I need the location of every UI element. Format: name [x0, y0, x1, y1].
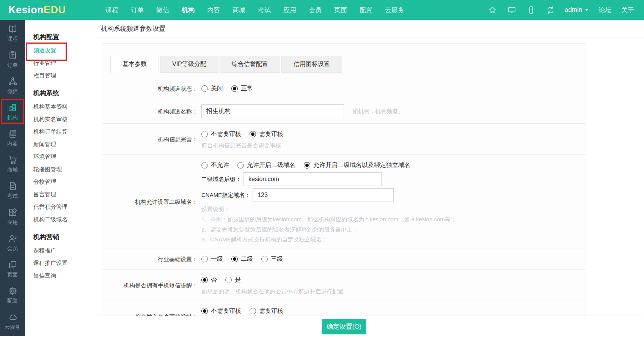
top-nav-item[interactable]: 商城 — [232, 6, 245, 14]
topbar-icons — [488, 6, 555, 14]
radio-option[interactable]: 允许开启二级域名 — [237, 161, 295, 169]
radio-option[interactable]: 否 — [201, 276, 217, 284]
submenu-item[interactable]: 分校管理 — [25, 176, 94, 188]
logo-text-primary: Kesion — [8, 4, 44, 16]
cart-icon — [8, 155, 17, 165]
sidebar-item[interactable]: 配置 — [0, 282, 25, 308]
sidebar-item[interactable]: 机构 — [0, 98, 25, 124]
sidebar-item-label: 微信 — [7, 88, 18, 94]
field-hint: 如机构，机构频道。 — [352, 108, 404, 115]
submenu-item[interactable]: 信誉积分管理 — [25, 201, 94, 213]
submenu-item[interactable]: 课程推广 — [25, 244, 94, 257]
radio-option[interactable]: 三级 — [261, 255, 283, 263]
sidebar-item[interactable]: 会员 — [0, 229, 25, 255]
top-nav-item[interactable]: 应用 — [283, 6, 296, 14]
tab[interactable]: VIP等级分配 — [160, 56, 218, 73]
top-nav-item[interactable]: 页面 — [334, 6, 347, 14]
radio-option[interactable]: 需要审核 — [250, 130, 283, 138]
submenu-item[interactable]: 留言管理 — [25, 188, 94, 201]
radio-option[interactable]: 允许开启二级域名以及绑定独立域名 — [304, 161, 410, 169]
sidebar-item[interactable]: 订单 — [0, 46, 25, 72]
submenu-item[interactable]: 机构订单结算 — [25, 126, 94, 138]
radio-option[interactable]: 不需要审核 — [201, 307, 241, 315]
form-row-industry: 行业基础设置： 一级 二级 — [102, 249, 586, 269]
radio-icon — [304, 162, 310, 169]
cname-domain-label: CNAME指定域名： — [201, 192, 250, 199]
submenu-item[interactable]: 新闻管理 — [25, 138, 94, 151]
sidebar-item[interactable]: 云服务 — [0, 308, 25, 334]
top-nav-item[interactable]: 订单 — [131, 6, 144, 14]
front-publish-radio-group: 不需要审核 需要审核 — [201, 306, 577, 316]
top-nav-item[interactable]: 机构 — [182, 6, 195, 14]
documents-icon — [8, 129, 17, 139]
app-logo[interactable]: KesionEDU — [0, 4, 94, 16]
sidebar-item[interactable]: 课程 — [0, 20, 25, 46]
radio-option[interactable]: 关闭 — [201, 85, 223, 93]
home-icon[interactable] — [488, 6, 497, 14]
top-nav-item[interactable]: 内容 — [207, 6, 220, 14]
top-nav: 课程订单微信机构内容商城考试应用会员页面配置云服务 — [105, 6, 404, 14]
radio-option[interactable]: 是 — [225, 276, 241, 284]
forum-link[interactable]: 论坛 — [598, 6, 611, 14]
channel-name-input[interactable] — [201, 104, 344, 118]
top-nav-item[interactable]: 会员 — [309, 6, 322, 14]
radio-icon — [237, 162, 244, 169]
top-nav-item[interactable]: 考试 — [258, 6, 271, 14]
radio-option[interactable]: 正常 — [231, 85, 253, 93]
top-nav-item[interactable]: 课程 — [105, 6, 118, 14]
setting-note: 3、CNAME解析方式支持机构的自定义独立域名； — [201, 236, 577, 243]
radio-option[interactable]: 需要审核 — [250, 307, 283, 315]
sidebar-item[interactable]: 应用 — [0, 203, 25, 229]
radio-option[interactable]: 二级 — [231, 255, 253, 263]
refresh-icon[interactable] — [546, 6, 555, 14]
admin-user-menu[interactable]: admin — [565, 6, 589, 14]
submenu-section-title: 机构系统 — [25, 89, 94, 98]
submenu-item[interactable]: 课程推广设置 — [25, 257, 94, 269]
monitor-icon[interactable] — [507, 6, 516, 14]
setting-note-title: 设置说明： — [201, 206, 577, 213]
sidebar-item-label: 机构 — [7, 115, 18, 120]
radio-option[interactable]: 不需要审核 — [201, 130, 241, 138]
form-row-channel-status: 机构频道状态： 关闭 正常 — [102, 78, 586, 99]
form-row-info-complete: 机构信息完善： 不需要审核 需要审核 前台机构信息完善是 — [102, 123, 586, 154]
radio-icon — [201, 256, 208, 262]
subdomain-suffix-input[interactable] — [243, 172, 382, 186]
submenu-item[interactable]: 频道设置 — [25, 44, 94, 57]
submenu-item[interactable]: 栏目管理 — [25, 69, 94, 82]
field-hint: 如果是的话，机构就会在他的会员中心那边开启进行配置 — [201, 288, 577, 295]
sidebar-item[interactable]: 商城 — [0, 151, 25, 177]
sidebar-item[interactable]: 内容 — [0, 124, 25, 151]
submenu-item[interactable]: 机构基本资料 — [25, 101, 94, 113]
setting-notes: 1、举例：如这里填的后缀为kesion.com。那么机构对应的域名为 *.kes… — [201, 216, 577, 243]
tab[interactable]: 基本参数 — [110, 56, 159, 73]
mobile-icon[interactable] — [527, 6, 536, 14]
radio-icon — [225, 277, 232, 283]
cname-domain-input[interactable] — [253, 188, 394, 202]
tab[interactable]: 综合信誉配置 — [220, 56, 280, 73]
sidebar-item[interactable]: 页面 — [0, 255, 25, 282]
top-nav-item[interactable]: 微信 — [156, 6, 169, 14]
submenu-item[interactable]: 轮播图管理 — [25, 163, 94, 176]
about-link[interactable]: 关于 — [621, 6, 634, 14]
submenu-item[interactable]: 短信查询 — [25, 269, 94, 282]
secondary-sidebar: 机构配置 频道设置行业管理栏目管理 机构系统 机构基本资料机构实名审核机构订单结… — [25, 20, 94, 336]
submenu-item[interactable]: 环境管理 — [25, 151, 94, 163]
submenu-item[interactable]: 行业管理 — [25, 57, 94, 69]
sidebar-item[interactable]: 考试 — [0, 177, 25, 203]
radio-icon — [201, 277, 208, 283]
sidebar-item[interactable]: 微信 — [0, 72, 25, 98]
field-label: 机构是否拥有手机短信提醒： — [110, 281, 201, 289]
tab[interactable]: 信用图标设置 — [281, 56, 342, 73]
top-nav-item[interactable]: 配置 — [360, 6, 372, 14]
content-area: 基本参数VIP等级分配综合信誉配置信用图标设置 机构频道状态： 关闭 — [94, 38, 644, 336]
submenu-item[interactable]: 机构二级域名 — [25, 213, 94, 226]
top-nav-item[interactable]: 云服务 — [385, 6, 404, 14]
radio-icon — [201, 131, 208, 137]
radio-icon — [201, 162, 208, 169]
field-label: 机构频道状态： — [110, 85, 201, 93]
radio-option[interactable]: 一级 — [201, 255, 223, 263]
submenu-item[interactable]: 机构实名审核 — [25, 113, 94, 126]
submit-button[interactable]: 确定设置(O) — [322, 319, 366, 334]
radio-option[interactable]: 不允许 — [201, 161, 229, 169]
field-label: 机构频道名称： — [110, 107, 201, 115]
